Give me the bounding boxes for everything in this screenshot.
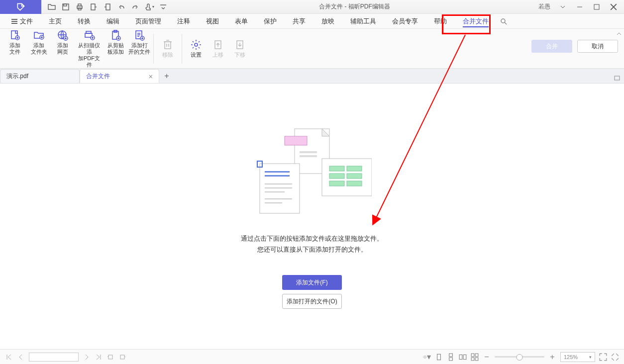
add-file-main-button[interactable]: 添加文件(F) — [282, 275, 342, 290]
svg-rect-7 — [594, 4, 599, 9]
menu-vip[interactable]: 会员专享 — [384, 14, 426, 29]
qat-dropdown-icon[interactable] — [157, 1, 170, 13]
menu-help[interactable]: 帮助 — [426, 14, 455, 29]
svg-rect-5 — [91, 4, 95, 10]
svg-rect-55 — [463, 355, 466, 359]
search-icon[interactable] — [497, 18, 511, 25]
undo-icon[interactable] — [115, 1, 128, 13]
view-continuous-icon[interactable] — [447, 353, 455, 361]
add-scanner-button[interactable]: 从扫描仪添加PDF文件 — [76, 29, 103, 68]
content-area: 通过点击下面的按钮添加文件或在这里拖放文件。 您还可以直接从下面添加打开的文件。… — [0, 84, 624, 349]
svg-rect-51 — [437, 354, 441, 360]
zoom-out-icon[interactable]: − — [483, 353, 491, 361]
menu-edit[interactable]: 编辑 — [99, 14, 127, 29]
menu-form[interactable]: 表单 — [227, 14, 256, 29]
fit-icon[interactable] — [611, 353, 619, 361]
svg-rect-46 — [265, 202, 282, 203]
zoom-slider[interactable] — [495, 356, 544, 358]
print-icon[interactable] — [73, 1, 86, 13]
prev-page-icon[interactable] — [17, 353, 25, 361]
fullscreen-icon[interactable] — [599, 353, 607, 361]
menu-present[interactable]: 放映 — [313, 14, 342, 29]
rotate-right-icon[interactable] — [118, 353, 126, 361]
rotate-left-icon[interactable] — [106, 353, 114, 361]
doc-tab-merge[interactable]: 合并文件 × — [80, 69, 159, 83]
svg-rect-30 — [300, 155, 317, 157]
view-continuous-facing-icon[interactable] — [471, 353, 479, 361]
ribbon-actions: 合并 取消 — [531, 40, 618, 53]
last-page-icon[interactable] — [95, 353, 103, 361]
menu-file[interactable]: 文件 — [3, 14, 41, 29]
first-page-icon[interactable] — [5, 353, 13, 361]
view-eye-icon[interactable]: ▾ — [423, 353, 431, 361]
title-app: 福昕PDF编辑器 — [348, 3, 390, 10]
add-file-button[interactable]: 添加文件 — [4, 29, 26, 68]
zoom-in-icon[interactable]: + — [548, 353, 556, 361]
svg-point-50 — [424, 357, 425, 358]
close-icon[interactable] — [606, 1, 621, 13]
menu-convert[interactable]: 转换 — [70, 14, 99, 29]
menu-home[interactable]: 主页 — [41, 14, 70, 29]
svg-rect-35 — [347, 174, 362, 179]
collapse-ribbon-icon[interactable] — [616, 30, 622, 39]
menu-share[interactable]: 共享 — [285, 14, 313, 29]
status-right: ▾ − + 125% — [423, 352, 619, 362]
touch-icon[interactable]: ▾ — [143, 1, 156, 13]
merge-button[interactable]: 合并 — [531, 40, 572, 53]
title-right: 若愚 — [535, 1, 624, 13]
window-title: 合并文件 - 福昕PDF编辑器 — [174, 2, 535, 11]
remove-button: 移除 — [157, 39, 179, 58]
next-page-icon[interactable] — [83, 353, 91, 361]
svg-rect-58 — [471, 358, 474, 361]
svg-rect-43 — [265, 187, 292, 188]
user-dropdown-icon[interactable] — [555, 1, 570, 13]
menu-merge-files[interactable]: 合并文件 — [455, 14, 497, 29]
doc-tab-demo[interactable]: 演示.pdf — [0, 69, 80, 83]
svg-rect-49 — [120, 355, 124, 359]
svg-rect-54 — [459, 355, 462, 359]
svg-rect-28 — [285, 136, 307, 145]
svg-rect-59 — [475, 358, 478, 361]
tab-close-icon[interactable]: × — [149, 73, 153, 81]
page-next-icon[interactable] — [101, 1, 114, 13]
view-single-icon[interactable] — [435, 353, 443, 361]
save-icon[interactable] — [59, 1, 72, 13]
svg-rect-33 — [347, 166, 362, 171]
svg-rect-6 — [106, 4, 110, 10]
cancel-button[interactable]: 取消 — [577, 40, 618, 53]
hint-line-2: 您还可以直接从下面添加打开的文件。 — [257, 244, 367, 255]
add-folder-button[interactable]: 添加文件夹 — [28, 29, 50, 68]
redo-icon[interactable] — [129, 1, 142, 13]
menu-view[interactable]: 视图 — [198, 14, 227, 29]
maximize-icon[interactable] — [589, 1, 604, 13]
settings-button[interactable]: 设置 — [185, 39, 207, 58]
zoom-value[interactable]: 125% — [560, 352, 595, 362]
tab-overflow-icon[interactable] — [614, 74, 624, 83]
menu-tools[interactable]: 辅助工具 — [342, 14, 384, 29]
page-input[interactable] — [29, 353, 79, 362]
move-up-button: 上移 — [207, 39, 229, 58]
add-open-button[interactable]: 添加打开的文件 — [128, 29, 150, 68]
page-prev-icon[interactable] — [87, 1, 100, 13]
menu-annotate[interactable]: 注释 — [169, 14, 198, 29]
add-web-button[interactable]: 添加网页 — [52, 29, 74, 68]
user-name[interactable]: 若愚 — [535, 2, 553, 11]
app-logo[interactable] — [0, 0, 41, 14]
menu-protect[interactable]: 保护 — [256, 14, 285, 29]
view-facing-icon[interactable] — [459, 353, 467, 361]
open-icon[interactable] — [45, 1, 58, 13]
svg-rect-41 — [265, 175, 290, 177]
svg-rect-32 — [329, 166, 344, 171]
svg-rect-56 — [471, 354, 474, 357]
add-open-files-button[interactable]: 添加打开的文件(O) — [282, 294, 342, 309]
svg-rect-15 — [86, 31, 91, 33]
minimize-icon[interactable] — [572, 1, 587, 13]
move-down-button: 下移 — [229, 39, 251, 58]
svg-point-23 — [195, 43, 198, 46]
add-clipboard-button[interactable]: 从剪贴板添加 — [104, 29, 126, 68]
svg-rect-42 — [265, 183, 292, 184]
tab-add-icon[interactable]: + — [159, 69, 174, 83]
ribbon: 添加文件 添加文件夹 添加网页 从扫描仪添加PDF文件 从剪贴板添加 添加打开的… — [0, 29, 624, 69]
ribbon-separator — [153, 34, 154, 64]
menu-page-management[interactable]: 页面管理 — [127, 14, 169, 29]
